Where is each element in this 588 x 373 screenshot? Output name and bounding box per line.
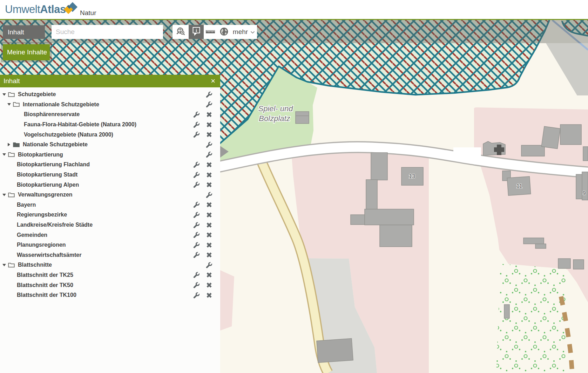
layer-remove-icon[interactable] [205, 232, 212, 239]
layer-remove-icon[interactable] [205, 241, 212, 248]
tree-row: Verwaltungsgrenzen [0, 190, 222, 200]
layer-label[interactable]: Nationale Schutzgebiete [23, 141, 88, 148]
collapse-arrow-icon[interactable] [2, 194, 6, 196]
layer-label[interactable]: Gemeinden [17, 232, 47, 238]
brand-second: Atlas [40, 3, 66, 15]
layer-settings-wrench-icon[interactable] [193, 252, 200, 259]
layer-remove-icon[interactable] [205, 111, 212, 118]
layer-settings-wrench-icon[interactable] [205, 191, 212, 198]
collapse-arrow-icon[interactable] [7, 103, 11, 106]
layer-label[interactable]: Biotopkartierung [18, 152, 63, 158]
app-header: UmweltAtlas Natur [0, 0, 588, 20]
layer-remove-icon[interactable] [205, 171, 212, 178]
layer-label[interactable]: Fauna-Flora-Habitat-Gebiete (Natura 2000… [24, 121, 136, 128]
layer-label[interactable]: Vogelschutzgebiete (Natura 2000) [24, 132, 113, 138]
layer-settings-wrench-icon[interactable] [193, 282, 200, 289]
measure-tool-button[interactable] [204, 25, 217, 39]
inhalt-toggle-button[interactable]: Inhalt [3, 25, 45, 39]
layer-label[interactable]: Blattschnitt der TK50 [17, 282, 73, 288]
folder-open-icon [8, 262, 15, 268]
layer-settings-wrench-icon[interactable] [193, 181, 200, 188]
layer-settings-wrench-icon[interactable] [193, 221, 200, 228]
layer-settings-wrench-icon[interactable] [205, 91, 212, 98]
folder-closed-icon [13, 142, 20, 147]
layer-settings-wrench-icon[interactable] [193, 292, 200, 299]
layer-label[interactable]: Planungsregionen [17, 242, 66, 248]
layer-remove-icon[interactable] [205, 131, 212, 138]
tree-row: Biosphärenreservate [0, 109, 244, 120]
tree-row: Blattschnitte [0, 260, 222, 270]
tree-row: Biotopkartierung Alpen [0, 180, 237, 190]
chevron-down-icon [250, 28, 255, 36]
layer-label[interactable]: Bayern [17, 202, 36, 208]
layer-remove-icon[interactable] [205, 272, 212, 279]
layer-label[interactable]: Regierungsbezirke [17, 212, 67, 218]
layer-remove-icon[interactable] [205, 201, 212, 208]
layer-remove-icon[interactable] [205, 211, 212, 218]
tree-row: Biotopkartierung [0, 150, 222, 160]
tree-row: Bayern [0, 200, 237, 210]
layer-settings-wrench-icon[interactable] [205, 151, 212, 158]
collapse-arrow-icon[interactable] [2, 93, 6, 96]
playground-label-line1: Spiel- und [258, 104, 293, 113]
search-input[interactable] [52, 25, 163, 39]
app-window: Spiel- und Bolzplatz 13 11 9 UmweltAtlas… [0, 0, 588, 373]
magnifier-globe-icon [176, 27, 185, 38]
layer-label[interactable]: Landkreise/Kreisfreie Städte [17, 222, 93, 228]
layer-remove-icon[interactable] [205, 221, 212, 228]
layer-label[interactable]: Biosphärenreservate [24, 111, 80, 118]
basemap-tool-button[interactable] [217, 25, 231, 39]
more-tools-button[interactable]: mehr [231, 25, 257, 39]
brand-diamonds-icon [64, 1, 78, 16]
layer-settings-wrench-icon[interactable] [205, 101, 212, 108]
layer-settings-wrench-icon[interactable] [193, 121, 200, 128]
layer-settings-wrench-icon[interactable] [193, 111, 200, 118]
my-contents-button[interactable]: Meine Inhalte [3, 44, 50, 60]
search-map-button[interactable] [173, 25, 189, 39]
folder-open-icon [8, 152, 15, 157]
layer-label[interactable]: Blattschnitt der TK100 [17, 292, 76, 298]
playground-label-line2: Bolzplatz [259, 114, 290, 123]
tree-row: Vogelschutzgebiete (Natura 2000) [0, 129, 244, 140]
close-icon[interactable]: × [206, 77, 220, 85]
tree-row: Blattschnitt der TK50 [0, 280, 237, 290]
layer-label[interactable]: Biotopkartierung Alpen [17, 182, 79, 188]
layer-settings-wrench-icon[interactable] [205, 141, 212, 148]
expand-arrow-icon[interactable] [7, 143, 11, 146]
tree-row: Blattschnitt der TK100 [0, 290, 237, 300]
folder-open-icon [8, 192, 15, 198]
layer-settings-wrench-icon[interactable] [193, 161, 200, 168]
globe-icon [219, 27, 229, 38]
layer-label[interactable]: Internationale Schutzgebiete [23, 101, 99, 108]
layer-settings-wrench-icon[interactable] [193, 171, 200, 178]
layer-settings-wrench-icon[interactable] [193, 131, 200, 138]
layer-settings-wrench-icon[interactable] [193, 272, 200, 279]
layer-label[interactable]: Wasserwirtschaftsämter [17, 252, 81, 258]
layer-label[interactable]: Verwaltungsgrenzen [18, 192, 73, 198]
content-panel: Inhalt × SchutzgebieteInternationale Sch… [0, 75, 220, 373]
layer-remove-icon[interactable] [205, 252, 212, 259]
layer-remove-icon[interactable] [205, 161, 212, 168]
brand-first: Umwelt [5, 3, 40, 15]
layer-settings-wrench-icon[interactable] [193, 201, 200, 208]
layer-label[interactable]: Blattschnitte [18, 262, 52, 268]
collapse-arrow-icon[interactable] [2, 264, 6, 266]
tree-row: Biotopkartierung Flachland [0, 160, 237, 170]
layer-remove-icon[interactable] [205, 121, 212, 128]
layer-label[interactable]: Biotopkartierung Stadt [17, 172, 77, 178]
collapse-arrow-icon[interactable] [2, 153, 6, 156]
info-tool-button[interactable]: i [189, 25, 204, 39]
layer-label[interactable]: Blattschnitt der TK25 [17, 272, 73, 278]
layer-remove-icon[interactable] [205, 292, 212, 299]
layer-label[interactable]: Biotopkartierung Flachland [17, 161, 90, 168]
layer-remove-icon[interactable] [205, 282, 212, 289]
layer-settings-wrench-icon[interactable] [193, 211, 200, 218]
tree-row: Fauna-Flora-Habitat-Gebiete (Natura 2000… [0, 120, 244, 130]
layer-settings-wrench-icon[interactable] [205, 261, 212, 268]
layer-remove-icon[interactable] [205, 181, 212, 188]
svg-text:i: i [196, 28, 197, 33]
tree-row: Blattschnitt der TK25 [0, 270, 237, 280]
layer-settings-wrench-icon[interactable] [193, 232, 200, 239]
layer-settings-wrench-icon[interactable] [193, 241, 200, 248]
layer-label[interactable]: Schutzgebiete [18, 91, 56, 98]
